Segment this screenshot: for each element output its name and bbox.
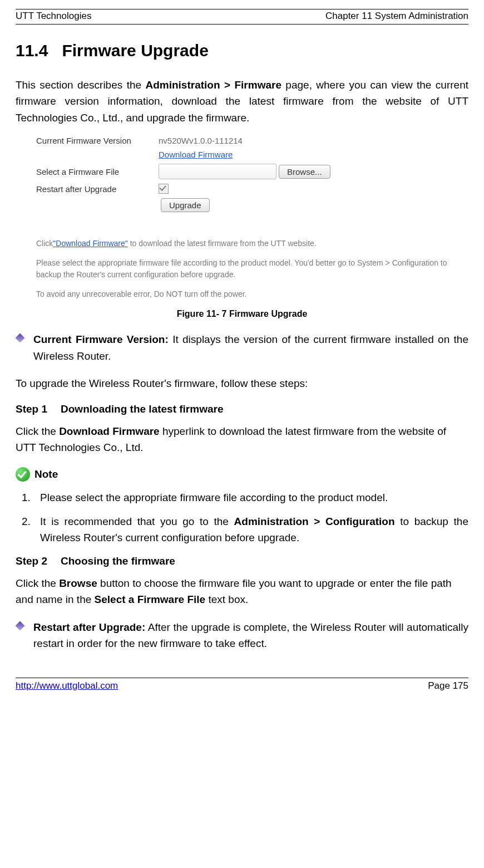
note-list: Please select the appropriate firmware f…	[16, 489, 468, 546]
note-item-2: It is recommended that you go to the Adm…	[33, 513, 468, 546]
step2-body: Click the Browse button to choose the fi…	[16, 575, 468, 608]
help-line-3: To avoid any unrecoverable error, Do NOT…	[36, 288, 448, 300]
intro-paragraph: This section describes the Administratio…	[16, 77, 468, 126]
download-firmware-link[interactable]: Download Firmware	[159, 150, 233, 159]
diamond-icon	[16, 621, 25, 630]
header-left: UTT Technologies	[16, 11, 91, 22]
bullet-current-version: Current Firmware Version: It displays th…	[16, 331, 468, 364]
help-download-link[interactable]: "Download Firmware"	[53, 239, 127, 248]
label-restart-after: Restart after Upgrade	[36, 184, 159, 194]
diamond-icon	[16, 334, 25, 343]
header-right: Chapter 11 System Administration	[325, 11, 468, 22]
section-number: 11.4	[16, 41, 48, 60]
section-heading: 11.4 Firmware Upgrade	[16, 41, 468, 60]
figure-firmware-upgrade: Current Firmware Version nv520Wv1.0.0-11…	[16, 136, 468, 319]
section-title-text: Firmware Upgrade	[62, 41, 208, 60]
footer-url[interactable]: http://www.uttglobal.com	[16, 680, 118, 692]
upgrade-intro: To upgrade the Wireless Router's firmwar…	[16, 375, 468, 391]
note-heading: Note	[16, 467, 468, 482]
step1-heading: Step 1Downloading the latest firmware	[16, 403, 468, 415]
label-current-version: Current Firmware Version	[36, 136, 159, 145]
label-select-file: Select a Firmware File	[36, 167, 159, 176]
help-line-1: Click"Download Firmware" to download the…	[36, 238, 448, 249]
upgrade-button[interactable]: Upgrade	[161, 198, 210, 212]
check-icon	[16, 467, 30, 482]
value-current-version: nv520Wv1.0.0-111214	[159, 136, 243, 145]
step2-heading: Step 2Choosing the firmware	[16, 555, 468, 567]
help-line-2: Please select the appropriate firmware f…	[36, 257, 448, 281]
figure-caption: Figure 11- 7 Firmware Upgrade	[16, 309, 468, 319]
bullet-restart-after: Restart after Upgrade: After the upgrade…	[16, 619, 468, 652]
footer-page: Page 175	[428, 680, 468, 692]
browse-button[interactable]: Browse...	[279, 165, 330, 179]
note-item-1: Please select the appropriate firmware f…	[33, 489, 468, 506]
firmware-file-input[interactable]	[159, 164, 276, 179]
step1-body: Click the Download Firmware hyperlink to…	[16, 423, 468, 456]
restart-checkbox[interactable]	[159, 184, 169, 194]
